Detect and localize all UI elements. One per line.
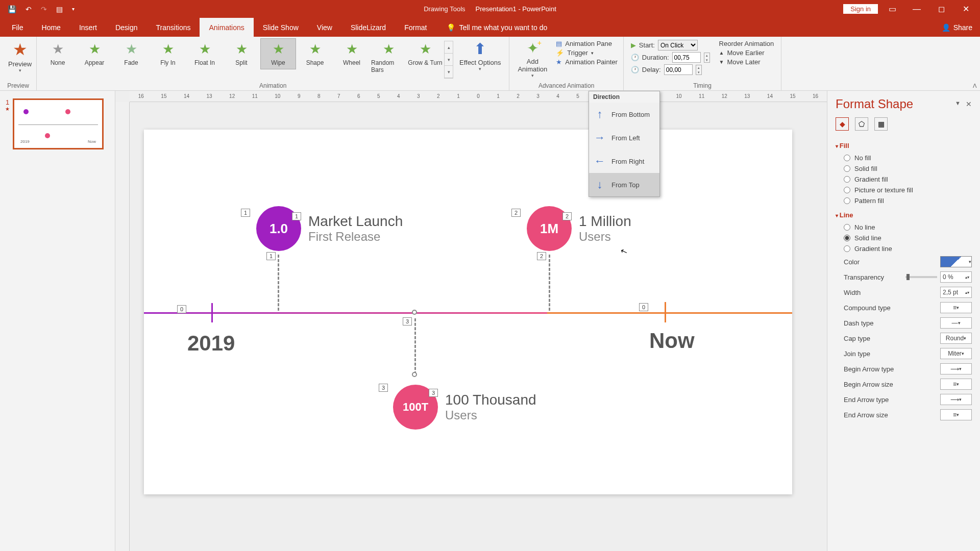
dash-type-select[interactable]: — ▾ [940,317,972,329]
anim-none[interactable]: ★None [40,38,76,69]
animation-painter-button[interactable]: ★Animation Painter [556,58,618,66]
milestone-3[interactable]: 100T 100 Thousand Users [393,385,536,430]
slide-canvas[interactable]: 0 0 2019 Now 1.0 Market Launch First Rel… [144,130,792,494]
line-section-header[interactable]: Line [836,211,972,219]
effect-options-button[interactable]: ⬆ Effect Options ▾ [454,38,506,73]
milestone-2[interactable]: 1M 1 Million Users [527,206,631,251]
delay-spinner[interactable]: ▴▾ [696,65,702,75]
no-line-radio[interactable]: No line [836,222,972,233]
trigger-button[interactable]: ⚡Trigger▾ [556,49,618,57]
anim-order-tag[interactable]: 2 [511,209,521,217]
milestone-1[interactable]: 1.0 Market Launch First Release [256,206,403,251]
gradient-fill-radio[interactable]: Gradient fill [836,174,972,185]
anim-order-tag[interactable]: 2 [562,212,572,220]
direction-from-top[interactable]: ↓From Top [589,173,659,196]
add-star-icon: ✦+ [527,40,538,57]
move-earlier-button[interactable]: ▲Move Earlier [719,49,774,57]
tab-home[interactable]: Home [33,18,70,37]
anim-order-tag[interactable]: 0 [177,305,186,313]
ribbon-display-icon[interactable]: ▭ [882,2,902,17]
effects-tab-icon[interactable]: ⬠ [855,117,868,131]
anim-order-tag[interactable]: 1 [266,252,276,260]
end-arrow-type-select[interactable]: ⟶ ▾ [940,394,972,405]
anim-fade[interactable]: ★Fade [113,38,149,69]
move-later-button[interactable]: ▼Move Later [719,58,774,66]
cap-type-select[interactable]: Round ▾ [940,333,972,344]
pane-menu-icon[interactable]: ▼ [955,100,961,108]
tab-view[interactable]: View [308,18,341,37]
direction-from-bottom[interactable]: ↑From Bottom [589,103,659,126]
group-label-advanced: Advanced Animation [512,81,620,90]
tab-slidelizard[interactable]: SlideLizard [341,18,395,37]
solid-line-radio[interactable]: Solid line [836,233,972,243]
anim-appear[interactable]: ★Appear [77,38,112,69]
qat-customize-icon[interactable]: ▾ [72,6,75,12]
tell-me-search[interactable]: 💡 Tell me what you want to do [436,18,548,37]
add-animation-button[interactable]: ✦+ Add Animation ▾ [512,38,552,80]
start-from-beginning-icon[interactable]: ▤ [56,5,63,13]
tab-file[interactable]: File [3,18,33,37]
size-tab-icon[interactable]: ▦ [874,117,888,131]
milestone-subtitle: First Release [308,230,403,244]
minimize-icon[interactable]: — [906,2,927,17]
tab-insert[interactable]: Insert [70,18,106,37]
tab-transitions[interactable]: Transitions [147,18,200,37]
anim-wipe[interactable]: ★Wipe [260,38,296,69]
pane-close-icon[interactable]: ✕ [966,100,972,108]
collapse-ribbon-icon[interactable]: ᐱ [973,83,977,89]
width-input[interactable]: 2,5 pt▴▾ [940,287,972,298]
sign-in-button[interactable]: Sign in [843,4,878,14]
anim-flyin[interactable]: ★Fly In [150,38,186,69]
start-select[interactable]: On Click [658,40,698,51]
anim-order-tag[interactable]: 3 [379,384,388,392]
slide-thumbnail[interactable]: 2019 Now [13,98,104,149]
tab-format[interactable]: Format [395,18,436,37]
line-color-picker[interactable]: ▾ [940,256,972,267]
save-icon[interactable]: 💾 [8,5,16,13]
duration-input[interactable] [672,52,701,63]
anim-floatin[interactable]: ★Float In [187,38,223,69]
star-icon: ★ [52,41,64,57]
anim-wheel[interactable]: ★Wheel [334,38,370,69]
compound-type-select[interactable]: ≡ ▾ [940,302,972,313]
direction-from-left[interactable]: →From Left [589,126,659,149]
solid-fill-radio[interactable]: Solid fill [836,163,972,174]
gradient-line-radio[interactable]: Gradient line [836,243,972,254]
transparency-input[interactable]: 0 %▴▾ [940,271,972,283]
anim-growturn[interactable]: ★Grow & Turn [407,38,443,69]
maximize-icon[interactable]: ◻ [931,2,951,17]
fill-section-header[interactable]: Fill [836,142,972,149]
anim-order-tag[interactable]: 1 [292,212,301,220]
begin-arrow-size-select[interactable]: ≡ ▾ [940,379,972,390]
anim-order-tag[interactable]: 0 [639,303,648,311]
redo-icon[interactable]: ↷ [41,5,47,13]
pattern-fill-radio[interactable]: Pattern fill [836,195,972,206]
arrow-down-icon: ↓ [594,178,605,191]
anim-shape[interactable]: ★Shape [297,38,333,69]
begin-arrow-type-select[interactable]: ⟶ ▾ [940,363,972,374]
fill-line-tab-icon[interactable]: ◆ [836,117,849,131]
anim-randombars[interactable]: ★Random Bars [371,38,406,77]
join-type-select[interactable]: Miter ▾ [940,348,972,359]
close-icon[interactable]: ✕ [955,2,976,17]
anim-order-tag[interactable]: 3 [403,317,412,325]
delay-input[interactable] [664,64,693,75]
anim-split[interactable]: ★Split [224,38,259,69]
preview-button[interactable]: ★ Preview ▾ [3,38,37,74]
transparency-slider[interactable] [905,276,937,278]
tab-design[interactable]: Design [106,18,147,37]
end-arrow-size-select[interactable]: ≡ ▾ [940,409,972,420]
gallery-expand[interactable]: ▴▾▾ [444,41,453,79]
tab-slideshow[interactable]: Slide Show [254,18,308,37]
anim-order-tag[interactable]: 2 [537,252,546,260]
anim-order-tag[interactable]: 1 [241,209,250,217]
direction-from-right[interactable]: ←From Right [589,149,659,173]
tab-animations[interactable]: Animations [200,18,253,37]
anim-order-tag[interactable]: 3 [429,389,438,397]
animation-pane-button[interactable]: ▤Animation Pane [556,40,618,47]
undo-icon[interactable]: ↶ [26,5,32,13]
share-button[interactable]: 👤 Share [942,18,980,37]
duration-spinner[interactable]: ▴▾ [704,53,710,63]
no-fill-radio[interactable]: No fill [836,153,972,163]
picture-fill-radio[interactable]: Picture or texture fill [836,185,972,195]
